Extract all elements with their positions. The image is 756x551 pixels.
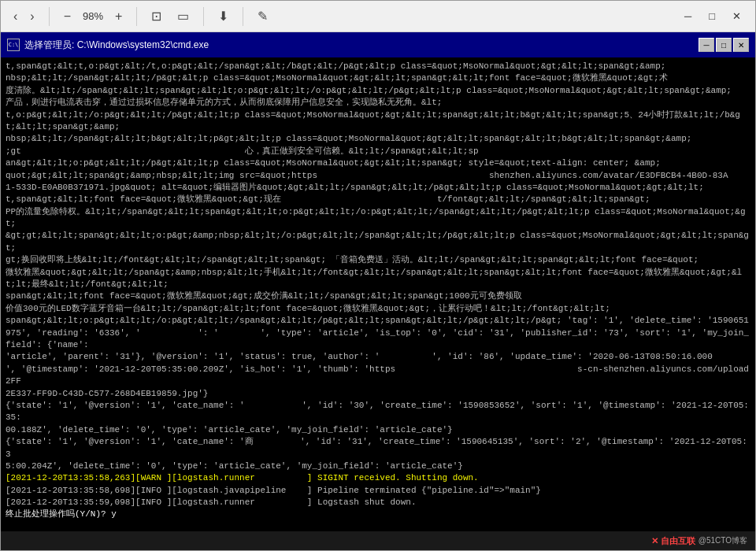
cmd-line: ', '@timestamp': '2021-12-20T05:35:00.20… (6, 364, 750, 388)
cmd-line: 1-533D-E0AB0B371971.jpg&quot; alt=&quot;… (6, 182, 750, 194)
cmd-line: span&gt;&lt;lt;font face=&quot;微软雅黑&quot… (6, 290, 750, 302)
watermark-bar: ✕ 自由互联 @51CTO博客 (1, 531, 755, 550)
maximize-button[interactable]: □ (702, 7, 721, 25)
nav-controls: ‹ › (9, 6, 39, 27)
separator-4 (243, 7, 243, 26)
watermark-brand: ✕ 自由互联 (651, 535, 695, 547)
zoom-controls: − 98% + (59, 6, 128, 27)
cmd-line: 'article', 'parent': '31'}, '@version': … (6, 351, 750, 363)
cmd-line: 2E337-FF9D-C43D-C577-268D4EB19859.jpg'} (6, 388, 750, 400)
cmd-line: nbsp;&lt;lt;/span&gt;&lt;lt;/p&gt;&lt;p … (6, 72, 750, 84)
zoom-level-display: 98% (79, 10, 107, 22)
cmd-line: an&gt;&lt;lt;o:p&gt;&lt;lt;/p&gt;&lt;lt;… (6, 157, 750, 169)
cmd-content-area[interactable]: t,span&gt;&lt;t,o:p&gt;&lt;/t,o:p&gt;&lt… (1, 57, 755, 531)
cmd-line: ;gt 心，真正做到安全可信赖。&lt;lt;/span&gt;&lt;lt;s… (6, 146, 750, 157)
cmd-line: [2021-12-20T13:35:58,698][INFO ][logstas… (6, 485, 750, 497)
cmd-line: &gt;gt;&lt;lt;span&gt;&lt;lt;o:p&gt;&amp… (6, 230, 750, 254)
zoom-out-button[interactable]: − (59, 6, 76, 27)
cmd-line: 终止批处理操作吗(Y/N)? y (6, 508, 750, 520)
nav-forward-button[interactable]: › (25, 6, 39, 27)
close-button[interactable]: ✕ (726, 7, 747, 25)
cmd-window-buttons: ─ □ ✕ (699, 38, 749, 52)
separator-1 (49, 7, 50, 26)
cmd-maximize-button[interactable]: □ (716, 38, 732, 52)
cmd-line: [2021-12-20T13:35:58,263][WARN ][logstas… (6, 472, 750, 484)
cmd-icon: C:\ (7, 39, 20, 51)
cmd-line: {'state': '1', '@version': '1', 'cate_na… (6, 436, 750, 460)
cmd-line: span&gt;&lt;lt;o:p&gt;&lt;lt;/o:p&gt;&lt… (6, 315, 750, 327)
minimize-button[interactable]: ─ (678, 7, 698, 25)
cmd-title: 选择管理员: C:\Windows\system32\cmd.exe (24, 39, 699, 52)
cmd-titlebar: C:\ 选择管理员: C:\Windows\system32\cmd.exe ─… (1, 32, 755, 57)
cmd-line: quot;&gt;&lt;lt;span&gt;&amp;nbsp;&lt;lt… (6, 170, 750, 182)
cmd-line: t,span&gt;&lt;t,o:p&gt;&lt;/t,o:p&gt;&lt… (6, 61, 750, 72)
window-controls: ─ □ ✕ (678, 7, 747, 25)
nav-back-button[interactable]: ‹ (9, 6, 22, 27)
cmd-line: 00.188Z', 'delete_time': '0', 'type': 'a… (6, 424, 750, 436)
cmd-line: 产品，则进行电流表击穿，通过过损坏信息存储单元的方式，从而彻底保障用户信息安全，… (6, 97, 750, 109)
cmd-minimize-button[interactable]: ─ (699, 38, 714, 52)
cmd-line: nbsp;&lt;lt;/span&gt;&lt;lt;b&gt;&lt;lt;… (6, 133, 750, 145)
zoom-in-button[interactable]: + (110, 6, 127, 27)
watermark-site: @51CTO博客 (699, 535, 747, 546)
fit-width-button[interactable]: ▭ (172, 6, 194, 27)
fit-page-button[interactable]: ⊡ (146, 6, 166, 27)
cmd-window: C:\ 选择管理员: C:\Windows\system32\cmd.exe ─… (1, 32, 755, 550)
cmd-line: 975', 'reading': '6336', ' ': ' ', 'type… (6, 327, 750, 352)
cmd-line: t,o:p&gt;&lt;lt;/o:p&gt;&lt;lt;/p&gt;&lt… (6, 109, 750, 134)
toolbar: ‹ › − 98% + ⊡ ▭ ⬇ ✎ ─ □ ✕ (1, 1, 755, 32)
cmd-line: {'state': '1', '@version': '1', 'cate_na… (6, 400, 750, 424)
separator-2 (136, 7, 137, 26)
cmd-line: gt;换回收即将上线&lt;lt;/font&gt;&lt;lt;/span&g… (6, 254, 750, 266)
cmd-line: 5:00.204Z', 'delete_time': '0', 'type': … (6, 460, 750, 472)
cmd-output: t,span&gt;&lt;t,o:p&gt;&lt;/t,o:p&gt;&lt… (6, 61, 750, 521)
separator-3 (203, 7, 204, 26)
cmd-close-button[interactable]: ✕ (733, 38, 749, 52)
download-button[interactable]: ⬇ (213, 6, 233, 27)
cmd-line: PP的流量免除特权。&lt;lt;/span&gt;&lt;lt;span&gt… (6, 206, 750, 231)
edit-button[interactable]: ✎ (253, 6, 272, 27)
cmd-line: [2021-12-20T13:35:59,098][INFO ][logstas… (6, 497, 750, 508)
cmd-line: 微软雅黑&quot;&gt;&lt;lt;/span&gt;&amp;nbsp;… (6, 267, 750, 291)
cmd-line: 度清除。&lt;lt;/span&gt;&lt;lt;span&gt;&lt;l… (6, 85, 750, 97)
main-window: ‹ › − 98% + ⊡ ▭ ⬇ ✎ ─ □ ✕ C:\ 选择管理 (0, 0, 756, 551)
cmd-line: t,span&gt;&lt;lt;font face=&quot;微软雅黑&qu… (6, 194, 750, 205)
cmd-line: 价值300元的LED数字蓝牙音箱一台&lt;lt;/span&gt;&lt;lt… (6, 303, 750, 315)
